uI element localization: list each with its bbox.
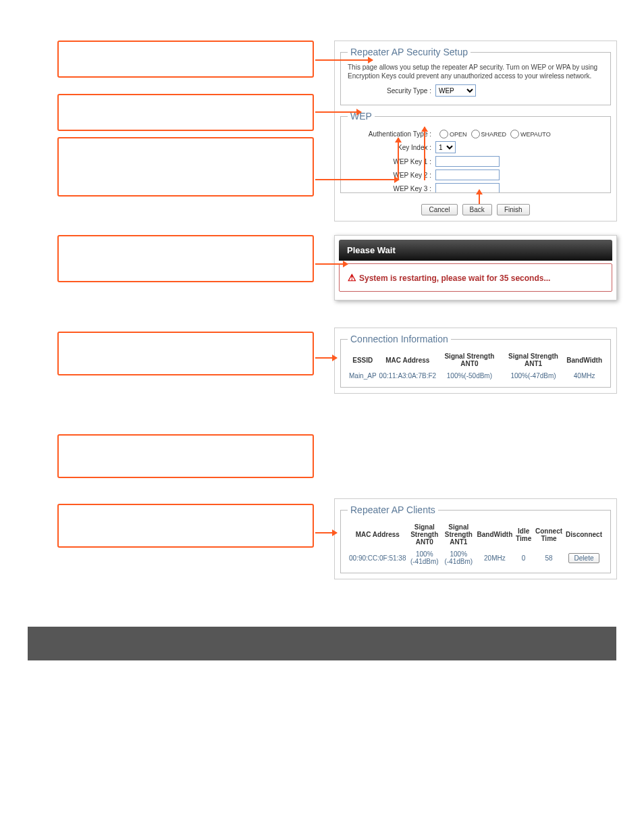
lbl-wepauto: WEPAUTO — [520, 131, 551, 138]
warning-icon: ⚠ — [348, 272, 356, 283]
h-bw: BandWidth — [565, 350, 603, 370]
td-ant1: 100%(-47dBm) — [502, 370, 566, 382]
input-wep-key1[interactable] — [435, 156, 500, 167]
input-wep-key3[interactable] — [435, 183, 500, 193]
ctd-del: Delete — [564, 548, 603, 567]
radio-wepauto[interactable] — [510, 130, 519, 138]
lbl-wep-key1: WEP Key 1 : — [348, 158, 435, 165]
arrow-to-key-index-v — [398, 138, 399, 180]
td-ant0: 100%(-50dBm) — [437, 370, 502, 382]
callout-key-index — [57, 137, 314, 197]
h-essid: ESSID — [348, 350, 378, 370]
table-row: 00:90:CC:0F:51:38 100%(-41dBm) 100%(-41d… — [348, 548, 603, 567]
select-key-index[interactable]: 1 — [435, 141, 456, 153]
wait-body: ⚠System is restarting, please wait for 3… — [339, 263, 612, 292]
screenshot-clients: Repeater AP Clients MAC Address Signal S… — [334, 498, 617, 579]
ch-ant0: Signal Strength ANT0 — [408, 521, 442, 548]
fs-conninfo: Connection Information ESSID MAC Address… — [340, 334, 611, 388]
ch-bw: BandWidth — [476, 521, 514, 548]
table-clients: MAC Address Signal Strength ANT0 Signal … — [348, 521, 603, 567]
td-essid: Main_AP — [348, 370, 378, 382]
table-conninfo: ESSID MAC Address Signal Strength ANT0 S… — [348, 350, 603, 382]
arrow-to-auth-type — [315, 111, 361, 113]
lbl-open: OPEN — [450, 131, 467, 138]
footer-bar — [28, 627, 616, 660]
security-desc: This page allows you setup the repeater … — [348, 63, 603, 80]
table-row: Main_AP 00:11:A3:0A:7B:F2 100%(-50dBm) 1… — [348, 370, 603, 382]
td-bw: 40MHz — [565, 370, 603, 382]
arrow-to-wait — [315, 263, 348, 265]
ctd-idle: 0 — [514, 548, 533, 567]
legend-clients: Repeater AP Clients — [348, 504, 438, 515]
lbl-sec-type: Security Type : — [348, 87, 435, 95]
legend-conninfo: Connection Information — [348, 334, 451, 344]
back-button[interactable]: Back — [462, 204, 492, 215]
callout-please-wait — [57, 235, 314, 282]
input-wep-key2[interactable] — [435, 170, 500, 180]
legend-security: Repeater AP Security Setup — [348, 47, 471, 57]
ch-disc: Disconnect — [564, 521, 603, 548]
td-mac: 00:11:A3:0A:7B:F2 — [378, 370, 438, 382]
h-ant0: Signal Strength ANT0 — [437, 350, 502, 370]
screenshot-please-wait: Please Wait ⚠System is restarting, pleas… — [334, 235, 617, 301]
ch-conn: Connect Time — [533, 521, 564, 548]
fs-clients: Repeater AP Clients MAC Address Signal S… — [340, 504, 611, 573]
h-mac: MAC Address — [378, 350, 438, 370]
h-ant1: Signal Strength ANT1 — [502, 350, 566, 370]
ctd-ant1: 100%(-41dBm) — [441, 548, 476, 567]
table-row: ESSID MAC Address Signal Strength ANT0 S… — [348, 350, 603, 370]
arrow-to-key-index-v2 — [424, 127, 425, 180]
radio-shared[interactable] — [471, 130, 480, 138]
finish-button[interactable]: Finish — [497, 204, 530, 215]
screenshot-conninfo: Connection Information ESSID MAC Address… — [334, 328, 617, 394]
arrow-to-key-index-h — [315, 179, 399, 180]
callout-conninfo — [57, 332, 314, 375]
callout-standalone — [57, 434, 314, 478]
wait-title: Please Wait — [339, 240, 612, 261]
arrow-to-clients — [315, 532, 337, 533]
fs-repeater-security: Repeater AP Security Setup This page all… — [340, 47, 611, 105]
select-security-type[interactable]: WEP — [435, 84, 476, 97]
callout-security-type — [57, 41, 314, 78]
callout-auth-type — [57, 94, 314, 131]
table-row: MAC Address Signal Strength ANT0 Signal … — [348, 521, 603, 548]
radio-open[interactable] — [439, 130, 448, 138]
ctd-bw: 20MHz — [476, 548, 514, 567]
cancel-button[interactable]: Cancel — [421, 204, 457, 215]
arrow-to-conninfo — [315, 357, 337, 359]
fs-wep: WEP Authentication Type : OPEN SHARED WE… — [340, 111, 611, 193]
wait-msg: System is restarting, please wait for 35… — [359, 273, 550, 283]
lbl-key-index: Key Index : — [348, 144, 435, 151]
lbl-shared: SHARED — [481, 131, 507, 138]
ch-idle: Idle Time — [514, 521, 533, 548]
button-row: Cancel Back Finish — [335, 199, 616, 221]
lbl-wep-key2: WEP Key 2 : — [348, 172, 435, 179]
arrow-to-back-v — [479, 190, 480, 204]
delete-button[interactable]: Delete — [568, 553, 600, 563]
ctd-mac: 00:90:CC:0F:51:38 — [348, 548, 408, 567]
callout-clients — [57, 504, 314, 548]
ctd-ant0: 100%(-41dBm) — [408, 548, 442, 567]
ctd-conn: 58 — [533, 548, 564, 567]
arrow-to-sec-type — [315, 59, 373, 61]
ch-ant1: Signal Strength ANT1 — [441, 521, 476, 548]
lbl-wep-key3: WEP Key 3 : — [348, 185, 435, 192]
ch-mac: MAC Address — [348, 521, 408, 548]
